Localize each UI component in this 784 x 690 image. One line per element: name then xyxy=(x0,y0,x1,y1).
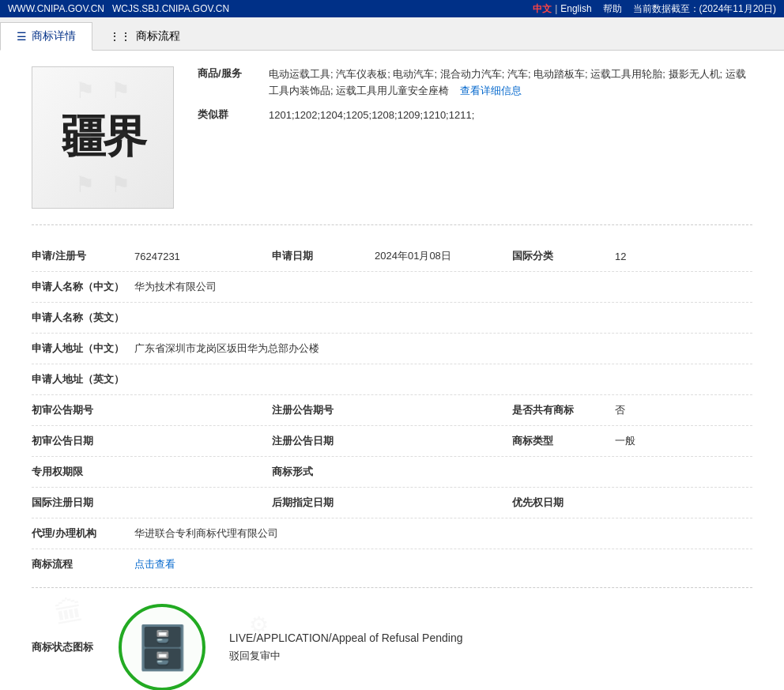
cell-trademark-type: 商标类型 一般 xyxy=(512,434,752,448)
data-date: 当前数据截至：(2024年11月20日) xyxy=(633,2,776,16)
row-flow: 商标流程 点击查看 xyxy=(32,549,752,579)
row-exclusive-form: 专用权期限 商标形式 xyxy=(32,457,752,488)
priority-date-label: 优先权日期 xyxy=(512,496,615,510)
reg-pub-date-label: 注册公告日期 xyxy=(272,434,375,448)
tab-detail-label: 商标详情 xyxy=(32,29,76,43)
is-shared-value: 否 xyxy=(615,403,752,417)
is-shared-label: 是否共有商标 xyxy=(512,403,615,417)
goods-services-link[interactable]: 查看详细信息 xyxy=(460,85,522,96)
cell-is-shared: 是否共有商标 否 xyxy=(512,403,752,417)
top-info: 商品/服务 电动运载工具; 汽车仪表板; 电动汽车; 混合动力汽车; 汽车; 电… xyxy=(198,66,752,209)
status-icon: 🗄️ xyxy=(136,623,189,673)
cell-intl-reg-date: 国际注册日期 xyxy=(32,496,272,510)
reg-no-label: 申请/注册号 xyxy=(32,249,134,263)
similar-group-label: 类似群 xyxy=(198,107,269,124)
list-icon: ☰ xyxy=(17,30,27,43)
top-bar: WWW.CNIPA.GOV.CN WCJS.SBJ.CNIPA.GOV.CN 中… xyxy=(0,0,784,17)
lang-sep: | xyxy=(555,3,557,14)
prelim-pub-no-label: 初审公告期号 xyxy=(32,403,134,417)
tab-bar: ☰ 商标详情 ⋮⋮ 商标流程 xyxy=(0,17,784,51)
applicant-cn-label: 申请人名称（中文） xyxy=(32,280,134,294)
detail-section: 申请/注册号 76247231 申请日期 2024年01月08日 国际分类 12… xyxy=(32,241,752,579)
cell-applicant-en: 申请人名称（英文） xyxy=(32,311,752,325)
main-wrapper: ⚑⚑ ⚑⚑ ⚑⚑ 疆界 商品/服务 电动运载工具; 汽车仪表板; 电动汽车; 混… xyxy=(0,51,784,690)
row-pubdate-type: 初审公告日期 注册公告日期 商标类型 一般 xyxy=(32,426,752,457)
status-text-cn: 驳回复审中 xyxy=(229,649,462,663)
intl-class-value: 12 xyxy=(615,251,752,262)
cell-exclusive-period: 专用权期限 xyxy=(32,465,272,479)
cell-prelim-pub-date: 初审公告日期 xyxy=(32,434,272,448)
applicant-cn-value: 华为技术有限公司 xyxy=(134,280,752,294)
goods-services-value: 电动运载工具; 汽车仪表板; 电动汽车; 混合动力汽车; 汽车; 电动踏板车; … xyxy=(269,66,752,100)
exclusive-period-label: 专用权期限 xyxy=(32,465,134,479)
cell-reg-no: 申请/注册号 76247231 xyxy=(32,249,272,263)
row-agent: 代理/办理机构 华进联合专利商标代理有限公司 xyxy=(32,518,752,549)
cell-trademark-form: 商标形式 xyxy=(272,465,512,479)
cell-apply-date: 申请日期 2024年01月08日 xyxy=(272,249,512,263)
tab-flow-label: 商标流程 xyxy=(136,29,180,43)
flow-label: 商标流程 xyxy=(32,557,134,571)
trademark-image: ⚑⚑ ⚑⚑ ⚑⚑ 疆界 xyxy=(32,66,174,209)
trademark-type-label: 商标类型 xyxy=(512,434,615,448)
similar-group-value: 1201;1202;1204;1205;1208;1209;1210;1211; xyxy=(269,107,752,124)
main-content: ⚑⚑ ⚑⚑ ⚑⚑ 疆界 商品/服务 电动运载工具; 汽车仪表板; 电动汽车; 混… xyxy=(0,51,784,690)
url1: WWW.CNIPA.GOV.CN xyxy=(8,3,104,14)
cell-prelim-pub-no: 初审公告期号 xyxy=(32,403,272,417)
reg-pub-no-label: 注册公告期号 xyxy=(272,403,375,417)
lang-cn[interactable]: 中文 xyxy=(533,2,552,16)
cell-address-cn: 申请人地址（中文） 广东省深圳市龙岗区坂田华为总部办公楼 xyxy=(32,341,752,356)
prelim-pub-date-label: 初审公告日期 xyxy=(32,434,134,448)
cell-flow: 商标流程 点击查看 xyxy=(32,557,752,571)
tab-trademark-flow[interactable]: ⋮⋮ 商标流程 xyxy=(92,22,197,51)
trademark-characters: 疆界 xyxy=(62,107,144,168)
row-address-en: 申请人地址（英文） xyxy=(32,364,752,395)
reg-no-value: 76247231 xyxy=(134,251,272,262)
cell-later-designation: 后期指定日期 xyxy=(272,496,512,510)
address-en-label: 申请人地址（英文） xyxy=(32,372,134,386)
agent-value: 华进联合专利商标代理有限公司 xyxy=(134,526,752,541)
status-icon-label: 商标状态图标 xyxy=(32,640,95,654)
trademark-type-value: 一般 xyxy=(615,434,752,448)
url2: WCJS.SBJ.CNIPA.GOV.CN xyxy=(112,3,229,14)
lang-en[interactable]: English xyxy=(560,3,591,14)
agent-label: 代理/办理机构 xyxy=(32,526,134,541)
row-applicant-en: 申请人名称（英文） xyxy=(32,303,752,334)
intl-class-label: 国际分类 xyxy=(512,249,615,263)
row-pub-shared: 初审公告期号 注册公告期号 是否共有商标 否 xyxy=(32,395,752,426)
tab-trademark-detail[interactable]: ☰ 商标详情 xyxy=(0,22,92,51)
cell-empty1 xyxy=(512,465,752,479)
status-icon-wrapper: 🏛 ⚙ 🗄️ xyxy=(119,604,205,690)
status-circle: 🗄️ xyxy=(119,604,205,690)
help-link[interactable]: 帮助 xyxy=(603,2,622,16)
intl-reg-date-label: 国际注册日期 xyxy=(32,496,134,510)
language-switcher[interactable]: 中文 | English xyxy=(533,2,591,16)
top-bar-urls: WWW.CNIPA.GOV.CN WCJS.SBJ.CNIPA.GOV.CN xyxy=(8,3,229,14)
top-section: ⚑⚑ ⚑⚑ ⚑⚑ 疆界 商品/服务 电动运载工具; 汽车仪表板; 电动汽车; 混… xyxy=(32,66,752,225)
row-dates: 国际注册日期 后期指定日期 优先权日期 xyxy=(32,488,752,518)
flow-icon: ⋮⋮ xyxy=(109,30,131,43)
trademark-form-label: 商标形式 xyxy=(272,465,375,479)
cell-intl-class: 国际分类 12 xyxy=(512,249,752,263)
cell-priority-date: 优先权日期 xyxy=(512,496,752,510)
goods-services-label: 商品/服务 xyxy=(198,66,269,100)
apply-date-label: 申请日期 xyxy=(272,249,375,263)
row-reg-date-class: 申请/注册号 76247231 申请日期 2024年01月08日 国际分类 12 xyxy=(32,241,752,272)
row-address-cn: 申请人地址（中文） 广东省深圳市龙岗区坂田华为总部办公楼 xyxy=(32,334,752,364)
row-applicant-cn: 申请人名称（中文） 华为技术有限公司 xyxy=(32,272,752,303)
cell-reg-pub-date: 注册公告日期 xyxy=(272,434,512,448)
apply-date-value: 2024年01月08日 xyxy=(375,249,512,263)
flow-link[interactable]: 点击查看 xyxy=(134,557,175,571)
cell-agent: 代理/办理机构 华进联合专利商标代理有限公司 xyxy=(32,526,752,541)
address-cn-value: 广东省深圳市龙岗区坂田华为总部办公楼 xyxy=(134,341,752,356)
goods-services-row: 商品/服务 电动运载工具; 汽车仪表板; 电动汽车; 混合动力汽车; 汽车; 电… xyxy=(198,66,752,100)
cell-applicant-cn: 申请人名称（中文） 华为技术有限公司 xyxy=(32,280,752,294)
status-section: 商标状态图标 🏛 ⚙ 🗄️ LIVE/APPLICATION/Appeal of… xyxy=(32,587,752,690)
later-designation-label: 后期指定日期 xyxy=(272,496,375,510)
similar-group-row: 类似群 1201;1202;1204;1205;1208;1209;1210;1… xyxy=(198,107,752,124)
address-cn-label: 申请人地址（中文） xyxy=(32,341,134,356)
applicant-en-label: 申请人名称（英文） xyxy=(32,311,134,325)
cell-address-en: 申请人地址（英文） xyxy=(32,372,752,386)
cell-reg-pub-no: 注册公告期号 xyxy=(272,403,512,417)
top-bar-right: 中文 | English 帮助 当前数据截至：(2024年11月20日) xyxy=(533,2,776,16)
